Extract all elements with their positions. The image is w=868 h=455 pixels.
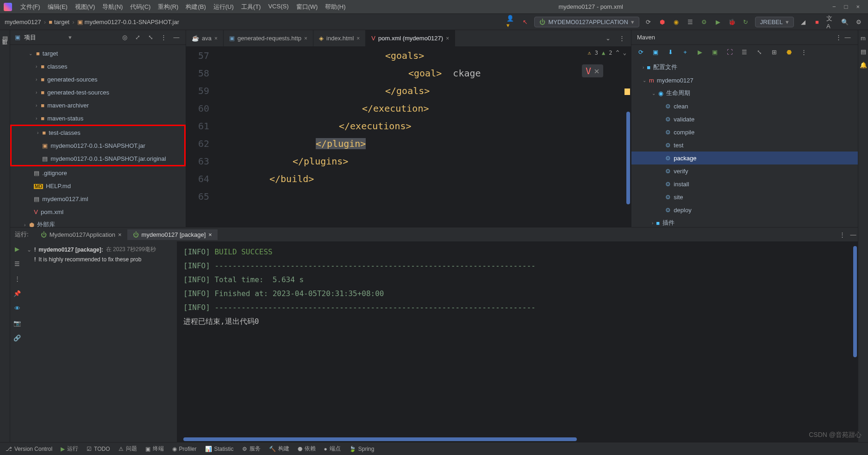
maven-item[interactable]: ›⚙package — [631, 152, 858, 164]
menu-item[interactable]: 文件(F) — [17, 3, 44, 11]
db-stripe-icon[interactable]: ▤ — [861, 48, 866, 55]
more-icon[interactable]: ⋮ — [799, 47, 808, 57]
tab-down-icon[interactable]: ⌄ — [603, 34, 612, 43]
offline-icon[interactable]: ☰ — [740, 47, 749, 57]
code-line[interactable]: <goals> — [223, 47, 631, 64]
maven-item[interactable]: ›⚙site — [631, 190, 858, 203]
close-icon[interactable]: × — [304, 35, 307, 42]
search-icon[interactable]: 🔍 — [840, 17, 849, 26]
menu-item[interactable]: 构建(B) — [182, 3, 209, 11]
editor-tab[interactable]: ▣generated-requests.http× — [224, 30, 313, 46]
tree-item[interactable]: ›▤.gitignore — [10, 166, 186, 179]
breadcrumb-item[interactable]: mydemo0127 — [5, 19, 41, 25]
menu-item[interactable]: 帮助(H) — [321, 3, 349, 11]
console-h-scrollbar[interactable] — [183, 437, 577, 441]
console-v-scrollbar[interactable] — [853, 246, 857, 357]
status-item[interactable]: ☑TODO — [87, 446, 110, 452]
run-icon[interactable]: ▶ — [695, 47, 705, 57]
code-line[interactable]: </plugins> — [223, 152, 631, 170]
expand-icon[interactable]: ⤢ — [133, 33, 142, 42]
generate-icon[interactable]: ▣ — [651, 47, 660, 57]
close-icon[interactable]: × — [118, 231, 122, 238]
menu-item[interactable]: 重构(R) — [154, 3, 182, 11]
tree-item[interactable]: ›■generated-sources — [10, 73, 186, 86]
target-icon[interactable]: ◎ — [120, 33, 129, 42]
maven-item[interactable]: ›■配置文件 — [631, 61, 858, 74]
rerun-icon[interactable]: ↻ — [741, 17, 750, 26]
pin-icon[interactable]: 📌 — [12, 289, 22, 298]
run-tab[interactable]: ⏻Mydemo0127Application× — [35, 229, 127, 240]
menu-item[interactable]: 代码(C) — [126, 3, 154, 11]
refresh-icon[interactable]: ⟳ — [636, 47, 645, 57]
rerun-icon[interactable]: ▶ — [12, 244, 22, 253]
v-scrollbar[interactable] — [626, 112, 630, 204]
breadcrumb-item[interactable]: ▣ mydemo0127-0.0.1-SNAPSHOT.jar — [77, 19, 179, 25]
inline-popup[interactable]: V × — [582, 64, 603, 77]
project-stripe-label[interactable]: 项目 — [1, 47, 9, 51]
menu-item[interactable]: VCS(S) — [264, 3, 292, 11]
code-line[interactable]: <goal> ckage — [223, 64, 631, 82]
tree-item[interactable]: ›■generated-test-sources — [10, 86, 186, 99]
close-icon[interactable]: × — [356, 35, 360, 42]
tree-item[interactable]: ›■maven-status — [10, 112, 186, 125]
editor-tab[interactable]: Vpom.xml (mydemo0127)× — [366, 30, 455, 46]
graph-icon[interactable]: ⊞ — [769, 47, 779, 57]
run-tree-node[interactable]: ⌄!mydemo0127 [package]: 在 2023 7秒299毫秒 — [27, 244, 174, 255]
tree-item[interactable]: ›■test-classes — [12, 126, 184, 139]
menu-item[interactable]: 视图(V) — [71, 3, 99, 11]
link-icon[interactable]: 🔗 — [12, 333, 22, 342]
menu-item[interactable]: 窗口(W) — [293, 3, 322, 11]
maven-item[interactable]: ›⚙clean — [631, 100, 858, 113]
execute-icon[interactable]: ▣ — [710, 47, 719, 57]
maven-item[interactable]: ›⚙test — [631, 139, 858, 152]
tree-item[interactable]: ›■classes — [10, 60, 186, 73]
play-icon[interactable]: ▶ — [713, 17, 723, 26]
status-item[interactable]: ⚙服务 — [242, 445, 261, 453]
close-icon[interactable]: × — [208, 231, 212, 238]
download-icon[interactable]: ⬇ — [666, 47, 675, 57]
maven-item[interactable]: ›⚙deploy — [631, 203, 858, 216]
close-icon[interactable]: × — [446, 35, 449, 42]
close-icon[interactable]: × — [594, 65, 599, 76]
status-item[interactable]: ⎇Version Control — [6, 446, 52, 452]
user-icon[interactable]: 👤▾ — [506, 17, 516, 26]
analyze-icon[interactable]: ◉ — [672, 17, 681, 26]
tree-item[interactable]: ›Vpom.xml — [10, 205, 186, 218]
options-icon[interactable]: ⋮ — [834, 33, 843, 42]
hammer-icon[interactable]: ↖ — [520, 17, 530, 26]
deps-icon[interactable]: ⬣ — [784, 47, 793, 57]
run-console[interactable]: [INFO] BUILD SUCCESS[INFO] -------------… — [177, 241, 858, 442]
status-item[interactable]: ●端点 — [324, 445, 341, 453]
translate-icon[interactable]: 文A — [826, 17, 836, 26]
maven-stripe-icon[interactable]: m — [861, 35, 866, 42]
status-item[interactable]: ⬣依赖 — [298, 445, 316, 453]
close-button[interactable]: × — [856, 3, 860, 10]
tree-item[interactable]: ›▤mydemo0127.iml — [10, 192, 186, 205]
run-tab[interactable]: ⏻mydemo0127 [package]× — [127, 229, 218, 240]
jrebel-select[interactable]: JREBEL ▾ — [755, 17, 794, 27]
hide-icon[interactable]: — — [172, 33, 181, 42]
maven-item[interactable]: ⌄mmydemo0127 — [631, 74, 858, 87]
status-item[interactable]: 📊Statistic — [205, 446, 234, 452]
add-icon[interactable]: + — [681, 47, 690, 57]
status-item[interactable]: ◉Profiler — [172, 446, 197, 452]
stop-icon[interactable]: ■ — [812, 17, 822, 26]
gear-icon[interactable]: ⚙ — [699, 17, 709, 26]
settings-icon[interactable]: ⚙ — [854, 17, 863, 26]
editor-tab[interactable]: ◈index.html× — [313, 30, 366, 46]
debug-icon[interactable]: 🐞 — [727, 17, 737, 26]
status-item[interactable]: ⚠问题 — [119, 445, 137, 453]
hide-icon[interactable]: — — [849, 230, 858, 239]
run-config-select[interactable]: ⏻ MYDEMO0127APPLICATION ▾ — [534, 17, 639, 27]
status-item[interactable]: ▶运行 — [61, 445, 78, 453]
run-tree-node[interactable]: ⌄!It is highly recommended to fix these … — [27, 255, 174, 264]
status-item[interactable]: ▣终端 — [145, 445, 164, 453]
collapse-icon[interactable]: ⤡ — [755, 47, 764, 57]
refresh-icon[interactable]: ⟳ — [644, 17, 653, 26]
maven-item[interactable]: ›⚙validate — [631, 113, 858, 126]
code-line[interactable]: </goals> — [223, 82, 631, 100]
bug-icon[interactable]: ⬢ — [658, 17, 667, 26]
folder-icon[interactable]: ▤ — [2, 35, 8, 42]
skip-icon[interactable]: ⛶ — [725, 47, 734, 57]
hide-icon[interactable]: — — [843, 33, 852, 42]
